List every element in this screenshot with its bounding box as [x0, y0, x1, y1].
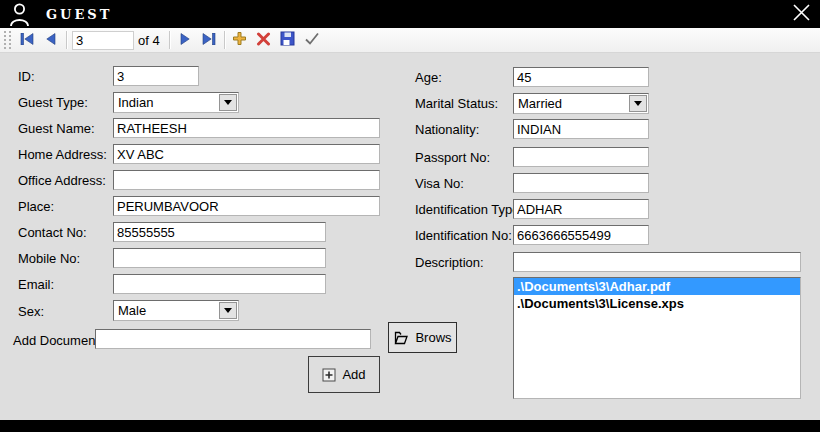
email-field[interactable]: [113, 274, 326, 294]
identification-type-label: Identification Type:: [415, 202, 523, 217]
chevron-down-icon: [224, 308, 232, 313]
passport-no-label: Passport No:: [415, 150, 490, 165]
dropdown-button[interactable]: [629, 95, 647, 112]
list-item[interactable]: .\Documents\3\Adhar.pdf: [514, 278, 800, 295]
id-field[interactable]: [113, 66, 199, 86]
add-new-button[interactable]: [228, 30, 252, 50]
description-label: Description:: [415, 255, 484, 270]
toolbar-separator: [66, 31, 67, 49]
nationality-label: Nationality:: [415, 122, 479, 137]
age-field[interactable]: [513, 67, 649, 87]
move-previous-button[interactable]: [39, 30, 63, 50]
guest-name-field[interactable]: [113, 118, 380, 138]
move-last-button[interactable]: [197, 30, 221, 50]
guest-type-label: Guest Type:: [18, 95, 88, 110]
marital-status-combobox[interactable]: Married: [513, 93, 649, 114]
marital-status-label: Marital Status:: [415, 96, 498, 111]
contact-no-field[interactable]: [113, 222, 326, 242]
add-documents-field[interactable]: [95, 329, 371, 349]
guest-type-value: Indian: [114, 95, 218, 110]
accept-icon: [304, 32, 320, 48]
move-last-icon: [202, 33, 216, 48]
office-address-field[interactable]: [113, 170, 380, 190]
dropdown-button[interactable]: [219, 94, 237, 111]
delete-icon: [256, 32, 271, 49]
sex-label: Sex:: [18, 304, 44, 319]
home-address-label: Home Address:: [18, 147, 107, 162]
move-previous-icon: [44, 33, 58, 48]
list-item[interactable]: .\Documents\3\License.xps: [514, 295, 800, 312]
sex-combobox[interactable]: Male: [113, 300, 239, 321]
open-folder-icon: [393, 330, 409, 346]
home-address-field[interactable]: [113, 144, 380, 164]
save-button[interactable]: [276, 30, 300, 50]
move-next-button[interactable]: [173, 30, 197, 50]
toolbar-separator: [224, 31, 225, 49]
title-bar: GUEST: [0, 0, 820, 28]
add-button-label: Add: [342, 367, 365, 382]
visa-no-field[interactable]: [513, 173, 649, 193]
place-field[interactable]: [113, 196, 380, 216]
move-first-button[interactable]: [15, 30, 39, 50]
chevron-down-icon: [634, 101, 642, 106]
window-title: GUEST: [46, 7, 112, 22]
identification-no-label: Identification No:: [415, 228, 512, 243]
guest-type-combobox[interactable]: Indian: [113, 92, 239, 113]
move-first-icon: [20, 33, 34, 48]
contact-no-label: Contact No:: [18, 225, 87, 240]
documents-listbox[interactable]: .\Documents\3\Adhar.pdf .\Documents\3\Li…: [513, 277, 801, 399]
mobile-no-field[interactable]: [113, 248, 326, 268]
place-label: Place:: [18, 199, 54, 214]
close-icon: [790, 1, 813, 27]
identification-type-field[interactable]: [513, 199, 649, 219]
age-label: Age:: [415, 70, 442, 85]
add-new-icon: [232, 31, 247, 49]
passport-no-field[interactable]: [513, 147, 649, 167]
email-label: Email:: [18, 277, 54, 292]
toolbar-grip[interactable]: [4, 31, 11, 49]
record-count-label: of 4: [138, 33, 160, 48]
accept-button[interactable]: [300, 30, 324, 50]
mobile-no-label: Mobile No:: [18, 251, 80, 266]
visa-no-label: Visa No:: [415, 176, 464, 191]
toolbar-separator: [169, 31, 170, 49]
person-icon: [8, 2, 32, 27]
add-button[interactable]: Add: [308, 356, 380, 393]
office-address-label: Office Address:: [18, 173, 106, 188]
close-button[interactable]: [788, 1, 814, 27]
brows-button[interactable]: Brows: [388, 322, 457, 353]
dropdown-button[interactable]: [219, 302, 237, 319]
marital-status-value: Married: [514, 96, 628, 111]
id-label: ID:: [18, 69, 35, 84]
guest-name-label: Guest Name:: [18, 121, 95, 136]
brows-button-label: Brows: [415, 330, 451, 345]
binding-navigator-toolbar: of 4: [0, 28, 820, 53]
record-position-input[interactable]: [72, 31, 134, 50]
chevron-down-icon: [224, 100, 232, 105]
identification-no-field[interactable]: [513, 225, 649, 245]
move-next-icon: [178, 33, 192, 48]
save-icon: [280, 31, 295, 49]
bottom-bar: [0, 420, 820, 432]
description-field[interactable]: [513, 252, 801, 272]
boxed-plus-icon: [322, 368, 336, 382]
nationality-field[interactable]: [513, 119, 649, 139]
guest-window: GUEST of 4: [0, 0, 820, 432]
delete-button[interactable]: [252, 30, 276, 50]
sex-value: Male: [114, 303, 218, 318]
